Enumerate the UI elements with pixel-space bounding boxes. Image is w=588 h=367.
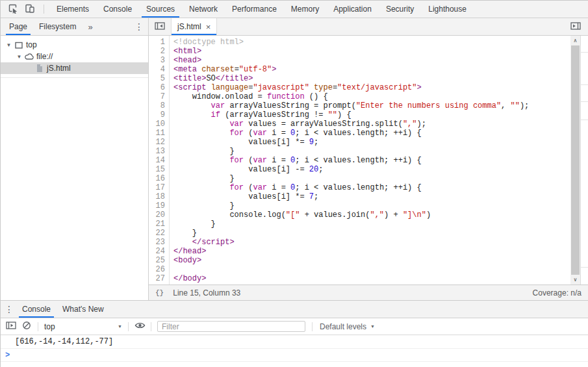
line-number[interactable]: 1 <box>149 38 169 47</box>
line-number[interactable]: 26 <box>149 265 169 274</box>
eye-icon <box>134 322 146 331</box>
code-editor: 1234567891011121314151617181920212223242… <box>149 36 588 285</box>
chevron-expanded-icon[interactable]: ▼ <box>5 42 13 48</box>
drawer-tabbar: ⋮ ConsoleWhat's New <box>1 301 588 318</box>
navigator-tab-filesystem[interactable]: Filesystem <box>34 18 81 35</box>
context-selector-label: top <box>44 322 55 331</box>
line-number-gutter: 1234567891011121314151617181920212223242… <box>149 36 170 285</box>
line-number[interactable]: 2 <box>149 47 169 56</box>
line-number[interactable]: 16 <box>149 174 169 183</box>
navigator-tab-page[interactable]: Page <box>5 18 32 35</box>
line-number[interactable]: 13 <box>149 147 169 156</box>
device-toolbar-button[interactable] <box>21 1 38 18</box>
navigator-toggle-button[interactable] <box>151 18 168 35</box>
chevron-down-icon: ▼ <box>118 324 122 329</box>
line-number[interactable]: 20 <box>149 210 169 220</box>
tab-lighthouse[interactable]: Lighthouse <box>421 1 474 18</box>
file-tab-jshtml[interactable]: jS.html × <box>171 18 217 35</box>
line-number[interactable]: 4 <box>149 65 169 74</box>
context-selector[interactable]: top ▼ <box>42 322 125 331</box>
code-line: var arrayValuesString = prompt("Enter th… <box>173 101 570 110</box>
tree-item-label: top <box>26 40 37 49</box>
overflow-chevrons-icon[interactable]: » <box>83 18 97 35</box>
drawer-tab-what-s-new[interactable]: What's New <box>58 301 109 318</box>
code-line: <meta charset="utf-8"> <box>173 65 570 74</box>
code-line: <!doctype html> <box>173 38 570 47</box>
line-number[interactable]: 9 <box>149 110 169 120</box>
line-number[interactable]: 14 <box>149 156 169 165</box>
code-line: values[i] *= 9; <box>173 138 570 147</box>
debugger-toggle-button[interactable] <box>567 18 584 35</box>
line-number[interactable]: 19 <box>149 201 169 210</box>
line-number[interactable]: 21 <box>149 220 169 229</box>
line-number[interactable]: 24 <box>149 247 169 256</box>
line-number[interactable]: 11 <box>149 129 169 138</box>
code-line: <head> <box>173 56 570 65</box>
console-filter-input[interactable] <box>157 321 305 332</box>
tab-console[interactable]: Console <box>96 1 139 18</box>
debugger-pane-sliver <box>580 36 588 285</box>
code-content[interactable]: <!doctype html><html><head><meta charset… <box>170 36 570 285</box>
live-expression-button[interactable] <box>132 322 147 331</box>
tree-item-js-html[interactable]: jS.html <box>1 62 148 74</box>
log-levels-selector[interactable]: Default levels ▼ <box>320 322 375 331</box>
line-number[interactable]: 22 <box>149 229 169 238</box>
line-number[interactable]: 25 <box>149 256 169 265</box>
devtools-window: ElementsConsoleSourcesNetworkPerformance… <box>0 0 588 367</box>
file-tabbar: jS.html × <box>149 18 588 36</box>
editor-status-bar: {} Line 15, Column 33 Coverage: n/a <box>149 285 588 300</box>
code-line: if (arrayValuesString != "") { <box>173 110 570 120</box>
code-line: } <box>173 229 570 238</box>
console-sidebar-icon <box>6 321 16 332</box>
clear-console-icon <box>22 321 31 332</box>
editor-column: jS.html × 123456789101112131415161718192… <box>149 18 588 300</box>
line-number[interactable]: 6 <box>149 83 169 92</box>
scroll-up-icon[interactable]: ∧ <box>570 36 580 45</box>
pretty-print-icon[interactable]: {} <box>155 289 164 297</box>
line-number[interactable]: 12 <box>149 138 169 147</box>
tree-item-top[interactable]: ▼top <box>1 39 148 51</box>
tab-elements[interactable]: Elements <box>49 1 96 18</box>
console-sidebar-toggle-button[interactable] <box>3 321 19 332</box>
line-number[interactable]: 23 <box>149 238 169 247</box>
chevron-down-icon: ▼ <box>370 324 375 329</box>
close-icon[interactable]: × <box>206 23 211 31</box>
code-line: for (var i = 0; i < values.length; ++i) … <box>173 156 570 165</box>
line-number[interactable]: 18 <box>149 192 169 201</box>
navigator-menu-icon[interactable]: ⋮ <box>131 18 147 35</box>
file-tab-label: jS.html <box>177 22 201 31</box>
console-messages: [616,-14,-14,112,-77] > <box>1 335 588 367</box>
tab-security[interactable]: Security <box>379 1 421 18</box>
tab-memory[interactable]: Memory <box>284 1 326 18</box>
code-line: values[i] *= 7; <box>173 192 570 201</box>
console-prompt[interactable]: > <box>1 349 588 362</box>
navigator-sidebar: PageFilesystem » ⋮ ▼top▼file://jS.html <box>1 18 149 300</box>
drawer-menu-icon[interactable]: ⋮ <box>1 301 18 318</box>
editor-scrollbar[interactable]: ∧ ∨ <box>570 36 580 285</box>
line-number[interactable]: 17 <box>149 183 169 192</box>
sources-panel: PageFilesystem » ⋮ ▼top▼file://jS.html j… <box>1 18 588 300</box>
scroll-down-icon[interactable]: ∨ <box>570 275 580 285</box>
line-number[interactable]: 15 <box>149 165 169 174</box>
line-number[interactable]: 5 <box>149 74 169 83</box>
line-number[interactable]: 10 <box>149 120 169 129</box>
line-number[interactable]: 3 <box>149 56 169 65</box>
inspect-icon <box>8 3 18 16</box>
tab-performance[interactable]: Performance <box>225 1 284 18</box>
chevron-expanded-icon[interactable]: ▼ <box>15 54 23 60</box>
clear-console-button[interactable] <box>19 321 34 332</box>
tab-sources[interactable]: Sources <box>139 1 182 18</box>
tab-network[interactable]: Network <box>182 1 225 18</box>
line-number[interactable]: 8 <box>149 101 169 110</box>
tree-item-file[interactable]: ▼file:// <box>1 51 148 62</box>
code-line: <title>SO</title> <box>173 74 570 83</box>
line-number[interactable]: 27 <box>149 274 169 283</box>
coverage-status: Coverage: n/a <box>533 288 582 297</box>
drawer-tab-console[interactable]: Console <box>18 301 55 318</box>
frame-icon <box>13 42 25 49</box>
line-number[interactable]: 7 <box>149 92 169 101</box>
code-line: } <box>173 174 570 183</box>
tab-application[interactable]: Application <box>326 1 379 18</box>
inspect-element-button[interactable] <box>5 1 21 18</box>
scrollbar-thumb[interactable] <box>571 45 580 275</box>
